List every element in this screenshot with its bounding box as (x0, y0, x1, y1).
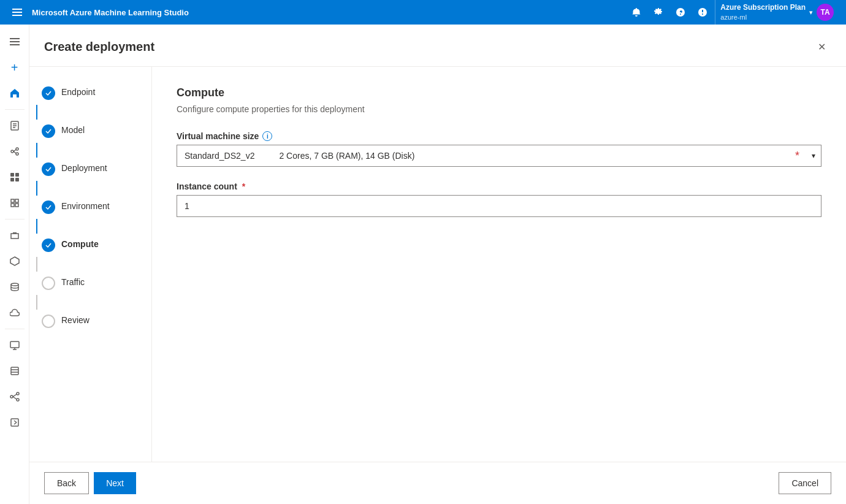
svg-point-33 (17, 399, 19, 401)
sidebar-new[interactable]: + (2, 55, 27, 80)
step-traffic[interactable]: Traffic (29, 272, 151, 295)
help-icon[interactable] (671, 2, 690, 22)
connector-6 (36, 295, 37, 310)
vm-required-star: * (795, 145, 799, 167)
connector-2 (36, 143, 37, 158)
cancel-button[interactable]: Cancel (779, 472, 831, 494)
sidebar-divider-2 (5, 219, 25, 220)
vm-size-select-content: Standard_DS2_v2 2 Cores, 7 GB (RAM), 14 … (185, 151, 414, 161)
svg-point-10 (11, 150, 13, 153)
svg-rect-0 (12, 9, 22, 10)
back-button[interactable]: Back (44, 472, 89, 494)
section-title: Compute (177, 86, 821, 99)
topbar: Microsoft Azure Machine Learning Studio … (0, 0, 846, 25)
feedback-icon[interactable] (693, 2, 712, 22)
sidebar-divider-3 (5, 329, 25, 329)
step-label-review: Review (61, 315, 90, 325)
sidebar-hamburger[interactable] (2, 29, 27, 54)
svg-rect-2 (12, 15, 22, 16)
footer-left: Back Next (44, 472, 136, 494)
vm-size-label: Virtual machine size i (177, 131, 821, 141)
sidebar-data[interactable] (2, 275, 27, 299)
sidebar-automated-ml[interactable] (2, 139, 27, 164)
step-icon-model (42, 124, 55, 138)
step-label-model: Model (61, 124, 85, 135)
app-name: Microsoft Azure Machine Learning Studio (32, 8, 189, 17)
vm-size-value: Standard_DS2_v2 (185, 151, 254, 161)
topbar-right: Azure Subscription Plan azure-ml ▾ TA (627, 0, 839, 25)
dialog-body: Endpoint Model Deployment (29, 67, 846, 462)
account-text: Azure Subscription Plan azure-ml (720, 3, 806, 21)
step-label-deployment: Deployment (61, 162, 107, 173)
sidebar-pipelines[interactable] (2, 384, 27, 409)
sidebar-databases[interactable] (2, 359, 27, 383)
svg-rect-25 (10, 342, 19, 348)
step-icon-deployment (42, 162, 55, 176)
instance-required-star: * (242, 181, 245, 191)
next-button[interactable]: Next (94, 472, 136, 494)
svg-rect-15 (10, 173, 14, 177)
vm-size-select[interactable]: Standard_DS2_v2 2 Cores, 7 GB (RAM), 14 … (177, 145, 821, 167)
instance-count-field-group: Instance count * (177, 181, 821, 217)
connector-3 (36, 181, 37, 196)
svg-rect-3 (10, 38, 20, 39)
svg-rect-4 (10, 41, 20, 42)
step-label-compute: Compute (61, 239, 99, 249)
dialog-title: Create deployment (44, 40, 154, 54)
vm-size-desc: 2 Cores, 7 GB (RAM), 14 GB (Disk) (279, 151, 414, 161)
settings-icon[interactable] (649, 2, 668, 22)
step-icon-environment (42, 200, 55, 214)
close-button[interactable]: ✕ (812, 37, 831, 56)
svg-line-14 (13, 151, 16, 153)
step-compute[interactable]: Compute (29, 234, 151, 257)
account-info[interactable]: Azure Subscription Plan azure-ml ▾ TA (715, 0, 839, 25)
step-endpoint[interactable]: Endpoint (29, 82, 151, 105)
step-environment[interactable]: Environment (29, 196, 151, 219)
step-label-environment: Environment (61, 200, 110, 211)
svg-rect-19 (11, 199, 14, 202)
svg-point-24 (11, 283, 18, 286)
step-icon-endpoint (42, 86, 55, 100)
svg-rect-36 (11, 419, 18, 426)
svg-rect-1 (12, 12, 22, 13)
instance-count-input[interactable] (177, 195, 821, 217)
sidebar-cloud[interactable] (2, 300, 27, 325)
svg-line-35 (13, 397, 17, 399)
sidebar-notebooks[interactable] (2, 113, 27, 138)
connector-4 (36, 219, 37, 234)
svg-rect-5 (10, 44, 20, 45)
sidebar-components[interactable] (2, 249, 27, 273)
svg-rect-22 (15, 204, 18, 207)
vm-info-icon[interactable]: i (262, 131, 272, 141)
step-model[interactable]: Model (29, 120, 151, 143)
step-deployment[interactable]: Deployment (29, 158, 151, 181)
svg-line-38 (14, 422, 17, 424)
chevron-down-icon: ▾ (809, 9, 813, 17)
menu-icon[interactable] (7, 2, 27, 22)
sidebar-assets[interactable] (2, 223, 27, 248)
sidebar-export[interactable] (2, 410, 27, 435)
svg-point-31 (10, 395, 13, 398)
dialog-header: Create deployment ✕ (29, 25, 846, 67)
dialog: Create deployment ✕ Endpoint Model (29, 25, 846, 504)
sidebar-jobs[interactable] (2, 191, 27, 215)
step-icon-traffic (42, 277, 55, 290)
svg-rect-16 (15, 173, 19, 177)
svg-rect-21 (11, 204, 14, 207)
svg-line-34 (13, 394, 17, 397)
vm-size-field-group: Virtual machine size i Standard_DS2_v2 2… (177, 131, 821, 167)
svg-point-12 (16, 153, 18, 155)
step-label-endpoint: Endpoint (61, 86, 95, 97)
topbar-left: Microsoft Azure Machine Learning Studio (7, 2, 189, 22)
sidebar-monitor[interactable] (2, 333, 27, 357)
svg-point-32 (17, 392, 19, 395)
svg-rect-18 (15, 178, 19, 181)
connector-1 (36, 105, 37, 120)
sidebar-home[interactable] (2, 81, 27, 105)
step-icon-review (42, 315, 55, 328)
sidebar-designer[interactable] (2, 165, 27, 189)
vm-size-select-wrapper: Standard_DS2_v2 2 Cores, 7 GB (RAM), 14 … (177, 145, 821, 167)
step-review[interactable]: Review (29, 310, 151, 333)
account-name: Azure Subscription Plan (720, 3, 806, 13)
notification-icon[interactable] (627, 2, 646, 22)
